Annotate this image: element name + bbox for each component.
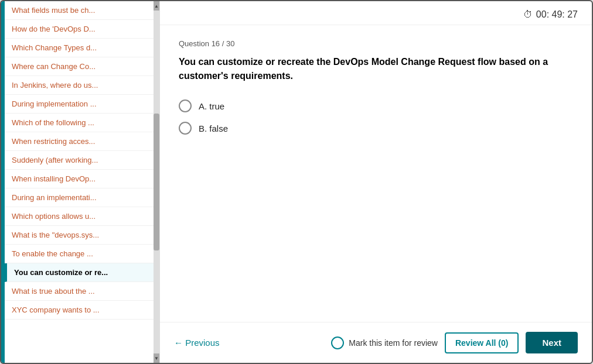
scroll-up-arrow[interactable]: ▲ [154,1,159,11]
scroll-track [154,11,159,353]
timer-display: 00: 49: 27 [536,9,578,20]
sidebar-item-13[interactable]: What is the "devops.sys... [5,226,159,245]
sidebar-item-4[interactable]: Where can Change Co... [5,57,159,76]
review-all-button[interactable]: Review All (0) [445,332,519,353]
sidebar-item-1[interactable]: What fields must be ch... [5,1,159,20]
scroll-down-arrow[interactable]: ▼ [154,353,159,363]
sidebar-item-12[interactable]: Which options allows u... [5,207,159,226]
option-a[interactable]: A. true [179,99,573,112]
timer: ⏱ 00: 49: 27 [523,9,578,20]
sidebar: What fields must be ch...How do the 'Dev… [5,1,160,363]
radio-b[interactable] [179,122,192,135]
sidebar-item-2[interactable]: How do the 'DevOps D... [5,20,159,39]
option-label-b: B. false [199,123,228,133]
question-area: Question 16 / 30 You can customize or re… [160,25,592,322]
mark-review-control[interactable]: Mark this item for review [331,336,438,349]
sidebar-item-3[interactable]: Which Change Types d... [5,39,159,57]
sidebar-item-17[interactable]: XYC company wants to ... [5,301,159,320]
sidebar-item-8[interactable]: When restricting acces... [5,132,159,151]
next-button[interactable]: Next [526,332,578,353]
sidebar-item-15[interactable]: You can customize or re... [5,263,159,282]
sidebar-item-5[interactable]: In Jenkins, where do us... [5,76,159,95]
mark-review-circle[interactable] [331,336,344,349]
scrollbar: ▲ ▼ [154,1,159,363]
radio-a[interactable] [179,99,192,112]
sidebar-list: What fields must be ch...How do the 'Dev… [5,1,159,363]
previous-button[interactable]: ← Previous [174,338,220,348]
header-bar: ⏱ 00: 49: 27 [160,1,592,25]
question-text: You can customize or recreate the DevOps… [179,55,573,83]
timer-icon: ⏱ [523,9,533,20]
option-b[interactable]: B. false [179,122,573,135]
sidebar-item-7[interactable]: Which of the following ... [5,114,159,132]
question-number: Question 16 / 30 [179,39,573,48]
app-window: What fields must be ch...How do the 'Dev… [0,0,593,364]
sidebar-item-10[interactable]: When installing DevOp... [5,170,159,188]
sidebar-item-11[interactable]: During an implementati... [5,188,159,207]
footer-navigation: ← Previous Mark this item for review Rev… [160,322,592,363]
sidebar-item-9[interactable]: Suddenly (after working... [5,151,159,170]
option-label-a: A. true [199,101,224,111]
mark-review-label: Mark this item for review [349,338,438,348]
options-list: A. trueB. false [179,99,573,135]
scroll-thumb[interactable] [154,114,159,250]
sidebar-item-16[interactable]: What is true about the ... [5,282,159,301]
right-controls: Mark this item for review Review All (0)… [331,332,578,353]
sidebar-item-6[interactable]: During implementation ... [5,95,159,114]
main-content: ⏱ 00: 49: 27 Question 16 / 30 You can cu… [160,1,592,363]
sidebar-item-14[interactable]: To enable the change ... [5,245,159,263]
